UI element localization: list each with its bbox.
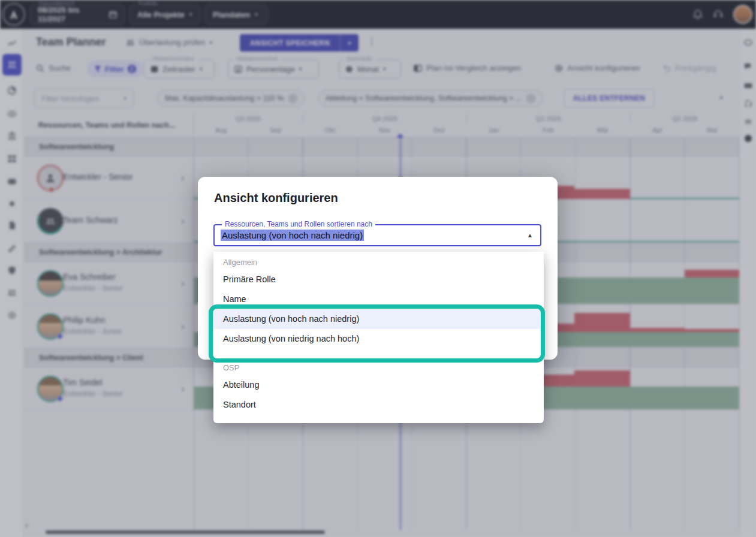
sort-by-value: Auslastung (von hoch nach niedrig): [221, 230, 364, 240]
option-group-label: Allgemein: [213, 252, 544, 270]
sort-by-label: Ressourcen, Teams und Rollen sortieren n…: [222, 220, 375, 228]
menu-option-utilization-desc[interactable]: Auslastung (von hoch nach niedrig): [213, 309, 544, 329]
team-planner-screen: Datumsbereich 08/2025 bis 11/2027 Portfo…: [0, 0, 756, 537]
menu-option-name[interactable]: Name: [213, 289, 544, 309]
menu-option-department[interactable]: Abteilung: [213, 375, 544, 395]
menu-option-utilization-asc[interactable]: Auslastung (von niedrig nach hoch): [213, 329, 544, 349]
sort-options-menu: Allgemein Primäre Rolle Name Auslastung …: [213, 252, 544, 423]
dialog-title: Ansicht konfigurieren: [214, 191, 338, 205]
menu-option-primary-role[interactable]: Primäre Rolle: [213, 270, 544, 289]
menu-option-location[interactable]: Standort: [213, 395, 544, 415]
option-group-label: OSP: [213, 357, 544, 375]
chevron-up-icon[interactable]: ▲: [527, 232, 533, 239]
sort-by-select[interactable]: Ressourcen, Teams und Rollen sortieren n…: [213, 224, 541, 246]
